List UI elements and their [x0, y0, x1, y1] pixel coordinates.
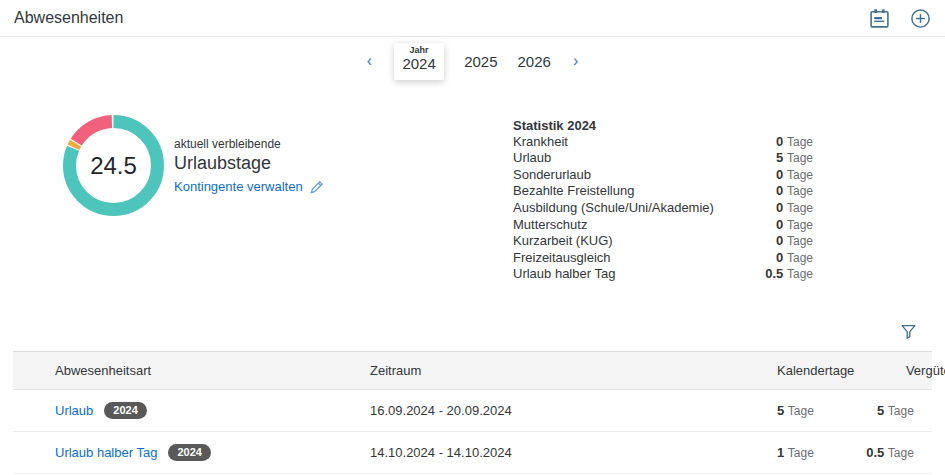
absence-type-link[interactable]: Urlaub halber Tag: [55, 445, 157, 460]
manage-quota-label: Kontingente verwalten: [174, 179, 303, 194]
stat-label: Bezahlte Freistellung: [513, 183, 634, 200]
stat-label: Urlaub halber Tag: [513, 266, 615, 283]
kalendertage-value: 1: [777, 445, 784, 460]
summary-title: Urlaubstage: [174, 153, 324, 174]
summary-section: 24.5 aktuell verbleibende Urlaubstage Ko…: [0, 114, 945, 276]
zeitraum-value: 16.09.2024 - 20.09.2024: [357, 403, 777, 418]
stat-unit: Tage: [787, 218, 813, 232]
column-header-kalendertage[interactable]: Kalendertage: [777, 363, 854, 378]
remaining-days-value: 24.5: [62, 114, 165, 217]
stat-label: Freizeitausgleich: [513, 250, 611, 267]
summary-caption: aktuell verbleibende: [174, 137, 324, 151]
vacation-donut-chart: 24.5: [62, 114, 165, 217]
table-row-urlaub[interactable]: Urlaub 2024 16.09.2024 - 20.09.2024 5 Ta…: [13, 390, 932, 432]
stat-value: 0: [776, 167, 783, 182]
stat-unit: Tage: [787, 267, 813, 281]
stat-row-freizeitausgleich: Freizeitausgleich 0 Tage: [513, 250, 813, 267]
stat-value: 0: [776, 217, 783, 232]
stat-label: Urlaub: [513, 150, 551, 167]
filter-icon[interactable]: [900, 322, 917, 340]
year-tab-2026[interactable]: 2026: [518, 53, 551, 70]
kalendertage-unit: Tage: [788, 446, 814, 460]
year-navigation: ‹ Jahr 2024 2025 2026 ›: [0, 39, 945, 83]
zeitraum-value: 14.10.2024 - 14.10.2024: [357, 445, 777, 460]
year-tab-value: 2024: [402, 55, 435, 72]
previous-year-icon[interactable]: ‹: [365, 53, 374, 69]
stat-row-krankheit: Krankheit 0 Tage: [513, 134, 813, 151]
stat-unit: Tage: [787, 201, 813, 215]
stat-label: Mutterschutz: [513, 217, 587, 234]
verguetet-value: 5: [877, 403, 884, 418]
stat-value: 0: [776, 200, 783, 215]
stat-value: 0: [776, 233, 783, 248]
manage-quota-link[interactable]: Kontingente verwalten: [174, 179, 324, 194]
year-tab-2024-selected[interactable]: Jahr 2024: [394, 43, 444, 80]
stat-unit: Tage: [787, 234, 813, 248]
stat-unit: Tage: [787, 168, 813, 182]
table-toolbar: [0, 322, 945, 340]
stat-label: Sonderurlaub: [513, 167, 591, 184]
stat-unit: Tage: [787, 151, 813, 165]
edit-pencil-icon: [310, 180, 324, 194]
absence-type-link[interactable]: Urlaub: [55, 403, 93, 418]
stat-row-bezahlte-freistellung: Bezahlte Freistellung 0 Tage: [513, 183, 813, 200]
stat-label: Kurzarbeit (KUG): [513, 233, 613, 250]
kalendertage-value: 5: [777, 403, 784, 418]
next-year-icon[interactable]: ›: [571, 53, 580, 69]
stat-value: 0.5: [765, 266, 783, 281]
stat-row-urlaub-halber-tag: Urlaub halber Tag 0.5 Tage: [513, 266, 813, 283]
kalendertage-unit: Tage: [788, 404, 814, 418]
stat-label: Krankheit: [513, 134, 568, 151]
stat-unit: Tage: [787, 135, 813, 149]
year-tab-2025[interactable]: 2025: [464, 53, 497, 70]
statistics-title: Statistik 2024: [513, 118, 813, 134]
verguetet-value: 0.5: [866, 445, 884, 460]
verguetet-unit: Tage: [888, 446, 914, 460]
absence-table: Abwesenheitsart Zeitraum Kalendertage Ve…: [13, 351, 932, 474]
stat-value: 0: [776, 250, 783, 265]
verguetet-unit: Tage: [888, 404, 914, 418]
stat-row-kurzarbeit: Kurzarbeit (KUG) 0 Tage: [513, 233, 813, 250]
year-badge: 2024: [168, 444, 210, 461]
table-header-row: Abwesenheitsart Zeitraum Kalendertage Ve…: [13, 351, 932, 390]
column-header-verguetet[interactable]: Vergütet: [854, 363, 945, 378]
column-header-abwesenheitsart[interactable]: Abwesenheitsart: [13, 363, 357, 378]
statistics-panel: Statistik 2024 Krankheit 0 Tage Urlaub 5…: [513, 114, 813, 276]
absence-calendar-icon[interactable]: [869, 8, 890, 29]
stat-value: 5: [776, 150, 783, 165]
column-header-zeitraum[interactable]: Zeitraum: [357, 363, 777, 378]
stat-label: Ausbildung (Schule/Uni/Akademie): [513, 200, 714, 217]
year-tab-caption: Jahr: [402, 45, 436, 55]
stat-row-mutterschutz: Mutterschutz 0 Tage: [513, 217, 813, 234]
stat-unit: Tage: [787, 184, 813, 198]
stat-value: 0: [776, 183, 783, 198]
add-absence-icon[interactable]: [910, 8, 931, 29]
year-badge: 2024: [104, 402, 146, 419]
app-header: Abwesenheiten: [0, 0, 945, 37]
stat-row-urlaub: Urlaub 5 Tage: [513, 150, 813, 167]
page-title: Abwesenheiten: [14, 9, 123, 27]
table-row-urlaub-halber-tag[interactable]: Urlaub halber Tag 2024 14.10.2024 - 14.1…: [13, 432, 932, 474]
stat-value: 0: [776, 134, 783, 149]
stat-row-sonderurlaub: Sonderurlaub 0 Tage: [513, 167, 813, 184]
stat-unit: Tage: [787, 251, 813, 265]
stat-row-ausbildung: Ausbildung (Schule/Uni/Akademie) 0 Tage: [513, 200, 813, 217]
